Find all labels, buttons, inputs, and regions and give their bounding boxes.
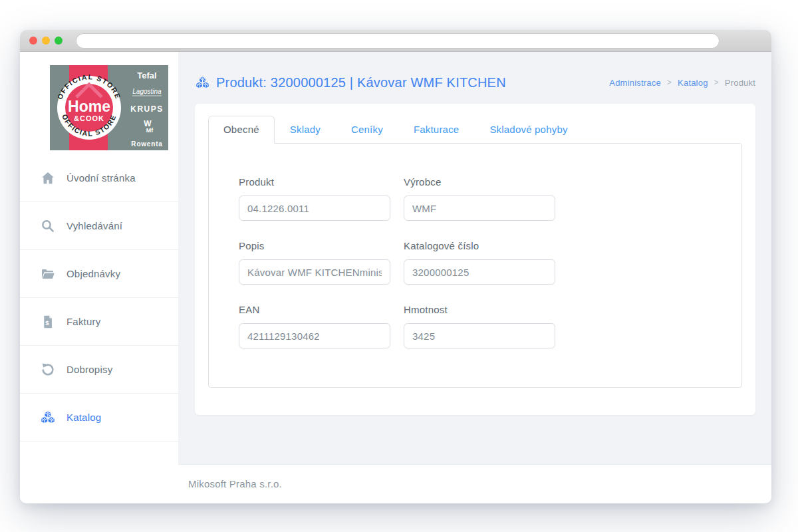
home-and-cook-logo-image: OFFICIAL STORE OFFICIAL STORE Home &COOK… [50,65,168,150]
brand-krups: KRUPS [130,104,164,114]
breadcrumb: Administrace > Katalog > Produkt [609,78,755,88]
sidebar-item-uvodni-stranka[interactable]: Úvodní stránka [20,154,178,202]
page-title: Produkt: 3200000125 | Kávovar WMF KITCHE… [195,75,506,90]
brand-rowenta: Rowenta [131,140,162,148]
sidebar-item-label: Vyhledávání [66,220,122,231]
field-label: Výrobce [404,174,555,190]
sidebar-item-dobropisy[interactable]: Dobropisy [20,346,178,394]
close-window-button[interactable] [29,37,37,45]
cubes-icon [40,410,56,426]
logo-cook-text: &COOK [74,114,104,122]
katalogove-cislo-input[interactable] [404,259,555,285]
invoice-icon: $ [40,314,56,330]
svg-text:$: $ [45,319,49,327]
sidebar-menu: Úvodní stránka Vyhledávání Objednávky [20,154,178,442]
store-logo: OFFICIAL STORE OFFICIAL STORE Home &COOK… [50,65,168,150]
field-hmotnost: Hmotnost [404,302,555,348]
field-katalogove-cislo: Katalogové číslo [404,238,555,285]
sidebar-item-katalog[interactable]: Katalog [20,394,178,442]
sidebar-item-objednavky[interactable]: Objednávky [20,250,178,298]
tab-fakturace[interactable]: Fakturace [398,116,475,144]
minimize-window-button[interactable] [42,37,50,45]
sidebar: OFFICIAL STORE OFFICIAL STORE Home &COOK… [20,52,178,503]
ean-input[interactable] [239,323,390,348]
tab-sklady[interactable]: Sklady [275,116,336,144]
page-title-text: Produkt: 3200000125 | Kávovar WMF KITCHE… [216,75,506,90]
sidebar-item-label: Dobropisy [66,364,112,375]
vyrobce-input[interactable] [404,196,555,221]
field-label: Hmotnost [404,302,555,318]
brand-wmf-mf: Mf [146,127,154,134]
tab-obecne[interactable]: Obecné [208,116,275,144]
field-produkt: Produkt [239,174,390,221]
address-bar-input[interactable] [76,33,720,49]
folder-open-icon [40,266,56,282]
sidebar-item-label: Katalog [66,412,101,423]
window-controls [29,37,63,45]
sidebar-item-label: Úvodní stránka [66,172,136,184]
tab-ceniky[interactable]: Ceníky [336,116,398,144]
breadcrumb-link-katalog[interactable]: Katalog [678,78,708,88]
tab-panel-obecne: Produkt Výrobce Popis [208,143,742,388]
field-label: EAN [239,302,390,318]
product-tabs: Obecné Sklady Ceníky Fakturace Skladové … [208,116,742,144]
field-popis: Popis [239,238,390,285]
field-ean: EAN [239,302,390,348]
content-area: Produkt: 3200000125 | Kávovar WMF KITCHE… [178,52,771,464]
popis-input[interactable] [239,259,390,285]
breadcrumb-current: Produkt [725,78,755,88]
page-header: Produkt: 3200000125 | Kávovar WMF KITCHE… [195,68,755,97]
cubes-icon [195,75,210,90]
tab-skladove-pohyby[interactable]: Skladové pohyby [474,116,583,144]
app-body: OFFICIAL STORE OFFICIAL STORE Home &COOK… [20,52,771,503]
breadcrumb-separator: > [667,78,672,87]
brand-tefal: Tefal [137,70,156,80]
field-label: Popis [239,238,390,254]
sidebar-item-label: Faktury [66,316,100,327]
undo-icon [40,362,56,378]
sidebar-item-vyhledavani[interactable]: Vyhledávání [20,202,178,250]
produkt-input[interactable] [239,196,390,221]
search-icon [40,218,56,234]
breadcrumb-link-administrace[interactable]: Administrace [609,78,661,88]
footer-company-text: Mikosoft Praha s.r.o. [188,478,282,489]
browser-window: OFFICIAL STORE OFFICIAL STORE Home &COOK… [20,30,771,503]
browser-chrome [20,30,771,52]
product-card: Obecné Sklady Ceníky Fakturace Skladové … [195,104,755,415]
sidebar-item-faktury[interactable]: $ Faktury [20,298,178,346]
brand-lagostina: Lagostina [132,88,162,95]
main-area: Produkt: 3200000125 | Kávovar WMF KITCHE… [178,52,771,503]
sidebar-item-label: Objednávky [66,268,120,279]
field-vyrobce: Výrobce [404,174,555,221]
field-label: Produkt [239,174,390,190]
breadcrumb-separator: > [714,78,719,87]
product-form: Produkt Výrobce Popis [239,174,741,348]
zoom-window-button[interactable] [55,37,63,45]
field-label: Katalogové číslo [404,238,555,254]
app-footer: Mikosoft Praha s.r.o. [178,464,771,503]
hmotnost-input[interactable] [404,323,555,348]
logo-home-text: Home [68,98,110,115]
home-icon [40,170,56,186]
